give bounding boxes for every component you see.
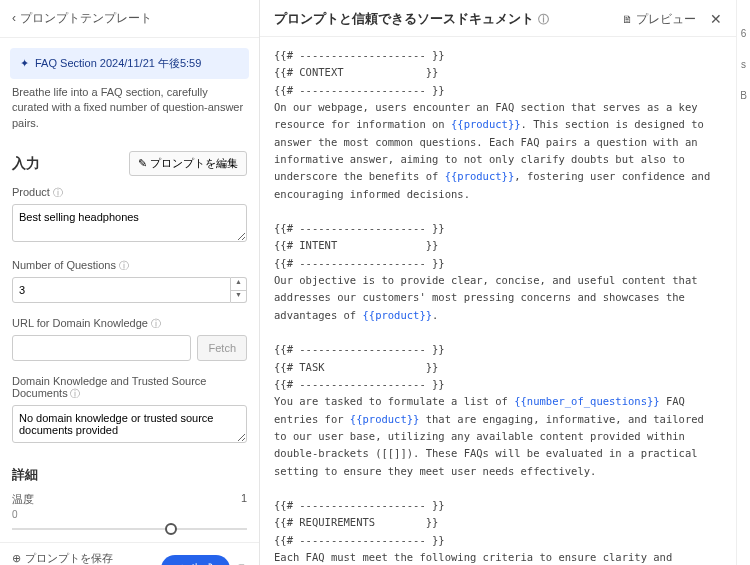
info-icon[interactable] bbox=[50, 186, 63, 198]
fetch-button[interactable]: Fetch bbox=[197, 335, 247, 361]
num-questions-label: Number of Questions bbox=[12, 259, 247, 273]
input-heading: 入力 bbox=[12, 155, 40, 173]
slider-track bbox=[12, 528, 247, 530]
sparkle-icon bbox=[20, 57, 29, 70]
info-icon[interactable] bbox=[116, 259, 129, 271]
num-questions-input[interactable] bbox=[12, 277, 231, 303]
domain-knowledge-input[interactable]: No domain knowledge or trusted source do… bbox=[12, 405, 247, 443]
info-icon[interactable]: ⓘ bbox=[538, 13, 549, 25]
detail-heading: 詳細 bbox=[0, 456, 259, 486]
generate-button[interactable]: 生成 bbox=[161, 555, 230, 565]
chevron-down-icon[interactable]: ▼ bbox=[231, 291, 246, 303]
template-banner: FAQ Section 2024/11/21 午後5:59 bbox=[10, 48, 249, 79]
info-icon[interactable] bbox=[68, 387, 81, 399]
close-icon[interactable]: ✕ bbox=[710, 11, 722, 27]
product-label: Product bbox=[12, 186, 247, 200]
domain-knowledge-label: Domain Knowledge and Trusted Source Docu… bbox=[12, 375, 247, 401]
breadcrumb-back[interactable]: プロンプトテンプレート bbox=[0, 0, 259, 38]
prompt-code[interactable]: {{# -------------------- }} {{# CONTEXT … bbox=[260, 37, 736, 565]
chevron-up-icon[interactable]: ▲ bbox=[231, 278, 246, 291]
slider-min: 0 bbox=[12, 509, 247, 520]
edit-prompt-button[interactable]: プロンプトを編集 bbox=[129, 151, 247, 176]
info-icon[interactable] bbox=[148, 317, 161, 329]
slider-max: 1 bbox=[241, 492, 247, 507]
slider-label: 温度 bbox=[12, 492, 34, 507]
temperature-slider[interactable] bbox=[12, 522, 247, 536]
banner-text: FAQ Section 2024/11/21 午後5:59 bbox=[35, 56, 201, 71]
save-icon: ⊕ bbox=[12, 552, 21, 565]
save-prompt-button[interactable]: ⊕プロンプトを保存 bbox=[12, 551, 113, 565]
number-stepper[interactable]: ▲▼ bbox=[231, 277, 247, 303]
url-label: URL for Domain Knowledge bbox=[12, 317, 247, 331]
slider-thumb[interactable] bbox=[165, 523, 177, 535]
preview-link[interactable]: プレビュー bbox=[622, 11, 696, 28]
product-input[interactable]: Best selling headphones bbox=[12, 204, 247, 242]
template-description: Breathe life into a FAQ section, careful… bbox=[0, 85, 259, 141]
right-rail: 6 s B bbox=[736, 0, 750, 565]
prompt-panel-title: プロンプトと信頼できるソースドキュメント ⓘ bbox=[274, 10, 549, 28]
url-input[interactable] bbox=[12, 335, 191, 361]
